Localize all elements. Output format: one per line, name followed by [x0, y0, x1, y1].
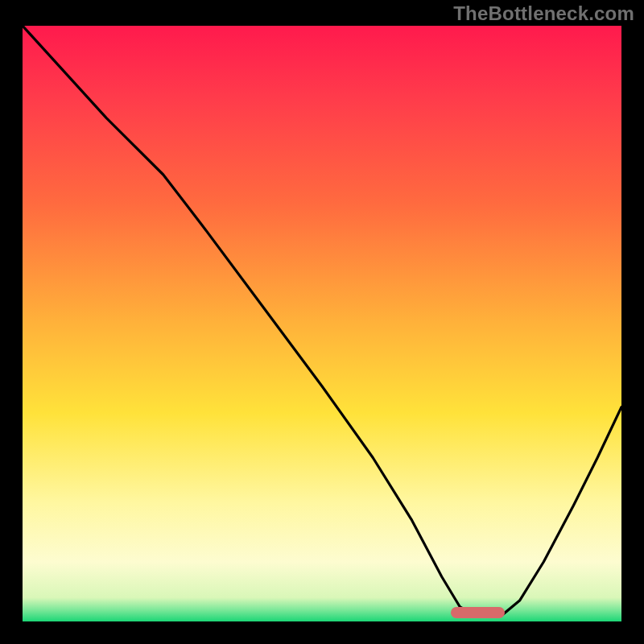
plot-area	[23, 26, 621, 621]
gradient-background	[23, 26, 621, 621]
plot-svg	[23, 26, 621, 621]
watermark-label: TheBottleneck.com	[453, 2, 634, 25]
optimal-range-marker	[451, 607, 505, 618]
chart-frame: TheBottleneck.com	[0, 0, 644, 644]
